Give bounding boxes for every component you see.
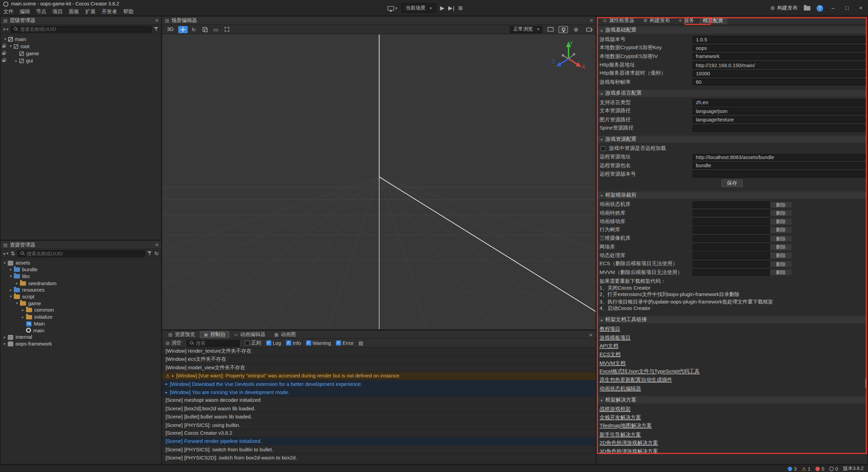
console-tab[interactable]: 动画编辑器 [231, 331, 269, 338]
log-filter-toggle[interactable]: Error [336, 340, 354, 346]
property-input[interactable] [692, 116, 866, 123]
expand-arrow-icon[interactable] [20, 308, 25, 312]
section-header-resources[interactable]: 游戏资源配置 [597, 136, 867, 143]
module-delete-button[interactable]: 删除 [770, 227, 792, 233]
mode-3d-toggle[interactable]: 3D [164, 26, 176, 32]
view-mode-select[interactable]: 正常浏览 ▾ [510, 26, 542, 33]
inspector-tab[interactable]: 构建发布 [639, 17, 674, 24]
property-input[interactable] [692, 36, 866, 43]
console-tab[interactable]: 资源预览 [164, 331, 199, 338]
expand-arrow-icon[interactable] [3, 37, 8, 41]
property-input[interactable] [692, 62, 866, 68]
asset-node-row[interactable]: libs [1, 273, 161, 280]
asset-node-row[interactable]: seedrandom [1, 280, 161, 287]
property-input[interactable] [692, 171, 866, 177]
expand-arrow-icon[interactable] [20, 315, 25, 319]
menu-item[interactable]: 扩展 [85, 8, 95, 15]
inspector-scrollbar-thumb[interactable] [865, 379, 867, 388]
asset-node-row[interactable]: internal [1, 334, 161, 341]
regex-toggle[interactable]: 正则 [244, 339, 261, 347]
assets-search-input[interactable] [26, 251, 142, 256]
solution-link[interactable]: 战棋游戏框架 [599, 406, 631, 413]
notice-counter[interactable]: 0 [829, 466, 838, 471]
asset-node-row[interactable]: oops-framework [1, 340, 161, 347]
layout-button[interactable]: ⊞ [458, 5, 463, 11]
device-select[interactable]: ▾ [388, 6, 397, 10]
property-input[interactable] [692, 124, 866, 131]
log-row[interactable]: ⚠ ▸ [Scene] Forward render pipeline init… [162, 437, 595, 446]
panel-menu-icon[interactable]: ≡ [155, 18, 158, 23]
asset-node-row[interactable]: resources [1, 287, 161, 293]
panel-menu-icon[interactable]: ≡ [589, 332, 592, 338]
section-header-modules[interactable]: 框架模块裁剪 [597, 192, 867, 199]
property-input[interactable] [692, 107, 866, 114]
module-delete-button[interactable]: 删除 [770, 243, 792, 250]
console-search-input[interactable] [196, 340, 237, 346]
expand-arrow-icon[interactable] [8, 295, 13, 299]
asset-node-row[interactable]: main [1, 327, 161, 334]
doc-link[interactable]: 原生包热更新配置自动生成插件 [599, 377, 672, 384]
property-input[interactable] [692, 70, 866, 77]
build-publish-button[interactable]: ⚙ 构建发布 [770, 4, 797, 12]
module-delete-button[interactable]: 删除 [770, 269, 792, 276]
message-counter[interactable]: 3 [788, 466, 796, 471]
menu-item[interactable]: 面板 [69, 8, 79, 15]
asset-node-row[interactable]: assets [1, 260, 161, 267]
menu-item[interactable]: 节点 [36, 8, 46, 15]
module-delete-button[interactable]: 删除 [770, 235, 792, 242]
doc-link[interactable]: 游戏模板项目 [599, 334, 631, 341]
asset-node-row[interactable]: bundle [1, 267, 161, 273]
property-input[interactable] [692, 79, 866, 85]
expand-arrow-icon[interactable] [14, 301, 19, 306]
inspector-tab[interactable]: 属性检查器 [599, 17, 638, 24]
log-row[interactable]: ⚠ ▸ [Window] You are running Vue in deve… [162, 389, 595, 397]
expand-arrow-icon[interactable] [8, 268, 13, 272]
asset-node-row[interactable]: Main [1, 320, 161, 327]
solution-link[interactable]: 3D角色扮演游戏解决方案 [599, 448, 658, 455]
solution-link[interactable]: 全栈开发解决方案 [599, 414, 641, 421]
menu-item[interactable]: 文件 [3, 8, 14, 15]
property-input[interactable] [692, 53, 866, 60]
console-tab[interactable]: 控制台 [200, 331, 230, 338]
log-row[interactable]: ⚠ ▸ [Window] [Vue warn]: Property "onInp… [162, 372, 595, 380]
expand-chevron-icon[interactable]: ▸ [165, 382, 167, 386]
asset-node-row[interactable]: game [1, 300, 161, 307]
property-input[interactable] [692, 45, 866, 52]
anchor-tool-button[interactable] [222, 26, 232, 33]
log-row[interactable]: ⚠ ▸ [Window] Download the Vue Devtools e… [162, 380, 595, 389]
log-row[interactable]: ⚠ ▸ [Scene] [PHYSICS]: switch from built… [162, 446, 595, 454]
solution-link[interactable]: Tiledmap地图解决方案 [599, 422, 652, 430]
expand-arrow-icon[interactable] [2, 261, 7, 265]
section-header-docs[interactable]: 框架文档工具链接 [597, 316, 867, 323]
panel-menu-icon[interactable]: ≡ [155, 242, 158, 247]
expand-arrow-icon[interactable] [8, 288, 13, 292]
help-icon[interactable]: ? [816, 5, 823, 12]
step-button[interactable]: ▶ [448, 5, 454, 11]
hierarchy-node-row[interactable]: game [1, 50, 161, 57]
maximize-button[interactable]: □ [843, 5, 851, 11]
log-row[interactable]: ⚠ ▸ [Window] render_texture文件夹不存在 [162, 348, 595, 356]
scene-viewport[interactable]: X Y Z [162, 34, 595, 329]
log-filter-toggle[interactable]: Info [286, 340, 301, 346]
save-button[interactable]: 保存 [722, 179, 743, 187]
camera-button[interactable] [584, 26, 593, 33]
inspector-tab[interactable]: 服务 [675, 17, 698, 24]
error-counter[interactable]: 0 [815, 466, 824, 471]
asset-node-row[interactable]: common [1, 307, 161, 314]
create-node-button[interactable]: + ▾ [3, 26, 8, 32]
doc-link[interactable]: 教程项目 [599, 326, 620, 333]
sort-assets-icon[interactable]: ⇅ [11, 250, 15, 256]
menu-item[interactable]: 项目 [53, 8, 63, 15]
expand-arrow-icon[interactable] [14, 281, 19, 286]
log-row[interactable]: ⚠ ▸ [Scene] meshopt wasm decoder initial… [162, 397, 595, 405]
refresh-icon[interactable]: ↻ [155, 250, 159, 256]
asset-node-row[interactable]: initialize [1, 314, 161, 320]
asset-node-row[interactable]: script [1, 293, 161, 300]
inspector-tab[interactable]: 框架配置 [699, 17, 727, 24]
expand-arrow-icon[interactable] [2, 342, 7, 346]
filter-icon[interactable] [154, 26, 159, 32]
scale-tool-button[interactable] [200, 26, 210, 33]
section-header-basic[interactable]: 游戏基础配置 [597, 26, 867, 34]
expand-arrow-icon[interactable] [8, 44, 13, 48]
log-filter-toggle[interactable]: Warning [306, 340, 331, 346]
